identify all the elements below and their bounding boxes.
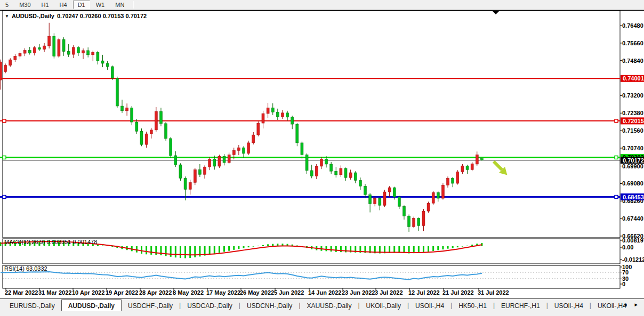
- candle-body: [441, 185, 444, 198]
- macd-axis-label: 0.008197: [622, 237, 644, 244]
- candle-body: [218, 156, 221, 166]
- date-axis-label: 21 Jul 2022: [442, 289, 474, 296]
- candle-body: [383, 192, 386, 205]
- candle-body: [315, 166, 318, 176]
- rsi-axis-label: 0: [622, 281, 625, 287]
- date-axis-label: 12 Jul 2022: [408, 289, 440, 296]
- candle-body: [82, 51, 85, 53]
- candle-body: [4, 66, 7, 72]
- price-axis-label: 0.75660: [622, 40, 643, 46]
- candle-body: [58, 39, 60, 56]
- date-axis-label: 19 Apr 2022: [106, 289, 138, 296]
- line-handle[interactable]: [3, 156, 6, 159]
- candle-body: [417, 218, 420, 225]
- line-handle[interactable]: [615, 119, 618, 123]
- candle-body: [330, 164, 333, 171]
- candle-body: [159, 111, 162, 124]
- scroll-shift-marker-icon[interactable]: [493, 11, 499, 14]
- price-axis-label: 0.74840: [622, 58, 643, 64]
- candle-body: [379, 198, 381, 205]
- date-axis-label: 14 Jun 2022: [308, 289, 341, 296]
- candle-body: [33, 47, 36, 53]
- toolbar-separator: [133, 1, 133, 9]
- rsi-line: [1, 272, 482, 279]
- candle-body: [179, 165, 182, 178]
- timeframe-button-5[interactable]: 5: [1, 1, 13, 9]
- tab-eurusd-daily[interactable]: EURUSD-,Daily: [3, 299, 61, 311]
- candle-body: [262, 114, 264, 123]
- line-handle[interactable]: [615, 196, 618, 199]
- tab-scroll-left-icon[interactable]: ◂: [624, 301, 630, 307]
- chart-symbol-label: AUDUSD-,Daily: [12, 13, 54, 19]
- price-badge-label: 0.72015: [623, 118, 644, 124]
- price-axis-label: 0.67440: [622, 215, 643, 222]
- candle-body: [344, 168, 347, 177]
- tab-usdcnh-daily[interactable]: USDCNH-,Daily: [240, 299, 299, 311]
- candle-body: [413, 218, 415, 226]
- timeframe-button-mn[interactable]: MN: [110, 1, 129, 9]
- candle-body: [432, 192, 434, 203]
- tab-usoil-h4[interactable]: USOil-,H4: [409, 299, 450, 311]
- candle-body: [208, 159, 211, 167]
- candle-body: [92, 52, 94, 55]
- timeframe-button-m30[interactable]: M30: [14, 1, 35, 9]
- candle-body: [194, 169, 196, 182]
- tab-xauusd-daily[interactable]: XAUUSD-,Daily: [300, 299, 358, 311]
- candle-body: [72, 47, 75, 54]
- candle-body: [286, 113, 289, 117]
- candle-body: [452, 178, 454, 183]
- candle-body: [340, 168, 342, 175]
- tab-usdcad-daily[interactable]: USDCAD-,Daily: [181, 299, 239, 311]
- candle-body: [19, 53, 21, 56]
- candle-body: [106, 63, 109, 67]
- candle-body: [145, 134, 148, 144]
- timeframe-button-w1[interactable]: W1: [91, 1, 110, 9]
- tab-ukoil-daily[interactable]: UKOil-,Daily: [360, 299, 407, 311]
- candle-body: [325, 159, 328, 164]
- sell-arrow-annotation[interactable]: [490, 158, 510, 178]
- candle-body: [247, 143, 250, 153]
- candle-body: [150, 130, 152, 134]
- timeframe-button-d1[interactable]: D1: [73, 1, 90, 9]
- tab-usoil-h4[interactable]: USOil-,H4: [548, 299, 590, 311]
- tab-scroll-right-icon[interactable]: ▸: [634, 301, 641, 307]
- candle-body: [296, 124, 299, 143]
- candle-body: [111, 67, 114, 78]
- price-axis-label: 0.70740: [622, 145, 643, 151]
- date-axis-label: 5 Jun 2022: [274, 289, 304, 296]
- tab-usdchf-daily[interactable]: USDCHF-,Daily: [122, 299, 179, 311]
- candle-body: [281, 113, 284, 117]
- candle-body: [349, 173, 352, 177]
- tab-scroll-arrows: ◂ ▸: [624, 301, 641, 308]
- candle-body: [374, 198, 376, 204]
- tab-audusd-daily[interactable]: AUDUSD-,Daily: [61, 299, 122, 311]
- candle-body: [101, 61, 104, 63]
- candle-body: [291, 117, 294, 124]
- macd-label: MACD(12,26,9) 0.003351 0.001478: [4, 239, 97, 245]
- timeframe-button-h1[interactable]: H1: [37, 1, 54, 9]
- candle-body: [48, 36, 51, 46]
- date-axis-label: 23 Jun 2022: [342, 289, 375, 296]
- tab-hk50-h1[interactable]: HK50-,H1: [452, 299, 493, 311]
- price-axis-label: 0.69080: [622, 180, 643, 187]
- candle-body: [67, 51, 70, 54]
- chart-area[interactable]: 0.764800.756600.748400.732000.723800.715…: [0, 10, 644, 298]
- price-badge-label: 0.74001: [623, 75, 644, 82]
- trading-terminal: 5M30H1H4D1W1MN 0.764800.756600.748400.73…: [0, 0, 644, 316]
- candle-body: [310, 171, 313, 176]
- candle-body: [437, 192, 439, 198]
- rsi-plot-frame: [3, 265, 620, 288]
- candle-body: [305, 155, 308, 171]
- candle-body: [320, 159, 323, 166]
- candle-body: [198, 169, 201, 174]
- tab-eurchf-h1[interactable]: EURCHF-,H1: [495, 299, 546, 311]
- date-axis-label: 26 May 2022: [240, 289, 274, 296]
- line-handle[interactable]: [3, 119, 6, 123]
- timeframe-button-h4[interactable]: H4: [55, 1, 72, 9]
- line-handle[interactable]: [3, 196, 6, 199]
- candle-body: [422, 211, 425, 225]
- candle-body: [0, 62, 2, 80]
- date-axis-label: 28 Apr 2022: [139, 289, 172, 296]
- chart-dropdown-icon[interactable]: ▼: [5, 14, 9, 19]
- line-handle[interactable]: [615, 156, 618, 159]
